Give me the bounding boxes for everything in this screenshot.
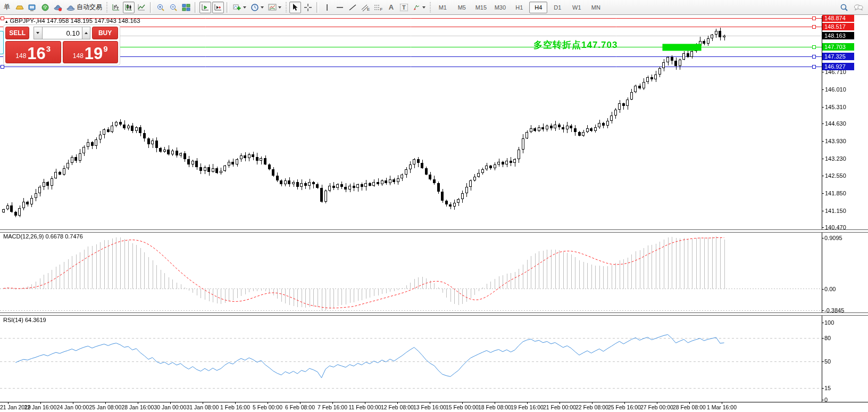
- gold-symbol-button[interactable]: [14, 2, 26, 13]
- new-order-button[interactable]: 单: [1, 2, 13, 13]
- toolbar-separator: [195, 2, 197, 13]
- timeframe-button-M15[interactable]: M15: [472, 2, 490, 13]
- toolbar-grip[interactable]: [285, 2, 287, 13]
- line-chart-icon: [137, 3, 146, 12]
- price-line-badge: 148.874: [822, 14, 854, 22]
- dropdown-caret: [261, 6, 264, 9]
- price-line-badge: 148.163: [822, 32, 854, 39]
- rsi-tick-label: 50: [824, 358, 831, 365]
- dropdown-caret: [422, 6, 425, 9]
- buy-price-box[interactable]: 148 19 9: [63, 41, 119, 63]
- timeframe-button-D1[interactable]: D1: [548, 2, 566, 13]
- template-icon: [268, 3, 277, 12]
- vertical-line-button[interactable]: [321, 2, 333, 13]
- timeframe-button-M30[interactable]: M30: [491, 2, 509, 13]
- time-tick-label: 5 Feb 00:00: [253, 404, 282, 410]
- zoom-out-button[interactable]: [168, 2, 179, 13]
- volume-decrease-button[interactable]: [34, 27, 42, 39]
- time-tick-label: 6 Feb 08:00: [285, 404, 315, 410]
- panel-splitter-macd[interactable]: [0, 229, 868, 233]
- signal-button[interactable]: [39, 2, 51, 13]
- sell-button[interactable]: SELL: [5, 27, 29, 39]
- volume-increase-button[interactable]: [82, 27, 90, 39]
- candlestick-icon: [124, 3, 133, 12]
- chart-shift-button[interactable]: [212, 2, 224, 13]
- timeframe-button-MN[interactable]: MN: [587, 2, 605, 13]
- volume-input[interactable]: [43, 27, 82, 39]
- trendline-icon: [348, 3, 357, 12]
- candlestick-chart-button[interactable]: [123, 2, 135, 13]
- vertical-line-icon: [323, 3, 331, 12]
- time-tick-label: 19 Feb 16:00: [511, 404, 544, 410]
- buy-price-sup: 9: [103, 44, 107, 53]
- crosshair-icon: [304, 3, 312, 12]
- chart-shift-icon: [214, 3, 222, 12]
- timeframe-button-M1[interactable]: M1: [433, 2, 452, 13]
- autoscroll-button[interactable]: [199, 2, 211, 13]
- zoom-in-icon: [156, 3, 165, 12]
- text-label-button[interactable]: T: [398, 2, 410, 13]
- buy-button[interactable]: BUY: [92, 27, 118, 39]
- dropdown-caret: [278, 6, 281, 9]
- arrows-tool-button[interactable]: [411, 2, 427, 13]
- sell-price-box[interactable]: 148 16 3: [5, 41, 61, 63]
- expert-hat-button[interactable]: [52, 2, 64, 13]
- buy-price-prefix: 148: [73, 52, 84, 60]
- search-icon: [840, 3, 848, 12]
- chat-button[interactable]: [852, 2, 865, 13]
- one-click-trading-panel: SELL BUY 148 16 3 148 19 9: [3, 24, 120, 65]
- price-tick-label: 142.550: [825, 172, 846, 179]
- cursor-button[interactable]: [289, 2, 301, 13]
- pivot-annotation-text[interactable]: 多空转折点147.703: [533, 39, 617, 51]
- text-tool-button[interactable]: A: [385, 2, 397, 13]
- toolbar-separator: [316, 2, 319, 13]
- rsi-tick-label: 15: [824, 385, 831, 391]
- chevron-up-icon: [85, 32, 88, 34]
- price-tick-label: 144.630: [825, 120, 846, 127]
- time-tick-label: 22 Jan 16:00: [24, 404, 57, 410]
- time-tick-label: 15 Feb 00:00: [446, 404, 479, 410]
- crosshair-button[interactable]: [302, 2, 314, 13]
- timeframe-button-H4[interactable]: H4: [529, 2, 547, 13]
- toolbar-grip[interactable]: [429, 2, 431, 13]
- tile-windows-button[interactable]: [180, 2, 192, 13]
- tile-windows-icon: [182, 3, 190, 12]
- indicators-button[interactable]: [231, 2, 248, 13]
- autotrade-label: 自动交易: [77, 3, 102, 12]
- search-button[interactable]: [838, 2, 850, 13]
- templates-button[interactable]: [266, 2, 283, 13]
- time-tick-label: 18 Feb 08:00: [478, 404, 511, 410]
- timeframe-button-H1[interactable]: H1: [510, 2, 528, 13]
- dropdown-caret: [243, 6, 246, 9]
- zoom-in-button[interactable]: [155, 2, 166, 13]
- equidistant-channel-button[interactable]: E: [360, 2, 371, 13]
- price-tick-label: 143.930: [825, 138, 846, 144]
- price-line-badge: 148.517: [822, 23, 854, 30]
- bar-chart-button[interactable]: [110, 2, 122, 13]
- panel-splitter-rsi[interactable]: [0, 312, 868, 316]
- periods-button[interactable]: [249, 2, 265, 13]
- toolbar-separator: [150, 2, 152, 13]
- chart-marker-icon: ▴: [5, 19, 8, 24]
- horizontal-line-button[interactable]: [334, 2, 346, 13]
- chart-canvas[interactable]: [0, 0, 868, 412]
- autotrade-hat-icon: [66, 3, 75, 12]
- time-tick-label: 25 Jan 08:00: [89, 404, 122, 410]
- time-tick-label: 12 Feb 08:00: [381, 404, 414, 410]
- terminal-button[interactable]: [27, 2, 38, 13]
- fibonacci-button[interactable]: F: [372, 2, 384, 13]
- timeframe-button-W1[interactable]: W1: [567, 2, 586, 13]
- time-tick-label: 13 Feb 16:00: [413, 404, 446, 410]
- toolbar-grip[interactable]: [106, 2, 108, 13]
- chart-title: ▴GBPJPY-,H4 147.958 148.195 147.943 148.…: [5, 18, 140, 24]
- autotrade-button[interactable]: 自动交易: [65, 2, 104, 13]
- hat-icon: [54, 3, 62, 12]
- trendline-button[interactable]: [347, 2, 358, 13]
- trade-panel-collapse-tab[interactable]: [0, 31, 4, 54]
- macd-tick-label: 0.00: [824, 286, 836, 292]
- toolbar-separator: [227, 2, 229, 13]
- price-tick-label: 141.150: [825, 208, 846, 214]
- timeframe-button-M5[interactable]: M5: [453, 2, 471, 13]
- line-chart-button[interactable]: [136, 2, 147, 13]
- rsi-tick-label: 0: [824, 397, 828, 403]
